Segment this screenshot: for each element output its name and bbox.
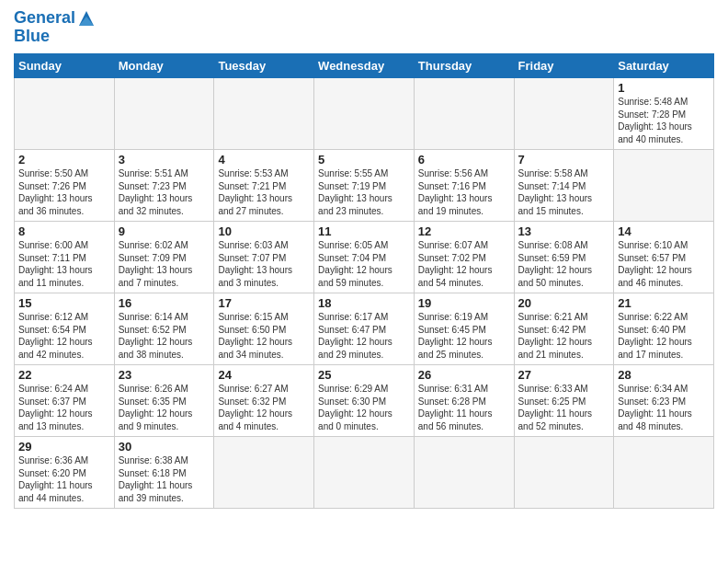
calendar-cell: 13Sunrise: 6:08 AMSunset: 6:59 PMDayligh… bbox=[514, 222, 614, 293]
calendar-cell: 25Sunrise: 6:29 AMSunset: 6:30 PMDayligh… bbox=[314, 365, 415, 437]
day-number: 17 bbox=[218, 296, 310, 310]
day-info: Sunrise: 5:58 AMSunset: 7:14 PMDaylight:… bbox=[518, 167, 610, 217]
calendar-cell bbox=[514, 78, 614, 150]
day-number: 23 bbox=[119, 368, 210, 382]
day-info: Sunrise: 6:19 AMSunset: 6:45 PMDaylight:… bbox=[418, 311, 510, 361]
calendar-cell: 8Sunrise: 6:00 AMSunset: 7:11 PMDaylight… bbox=[15, 222, 115, 293]
day-number: 21 bbox=[618, 296, 710, 310]
day-info: Sunrise: 5:53 AMSunset: 7:21 PMDaylight:… bbox=[218, 167, 310, 217]
calendar-cell: 2Sunrise: 5:50 AMSunset: 7:26 PMDaylight… bbox=[15, 150, 115, 222]
day-info: Sunrise: 6:34 AMSunset: 6:23 PMDaylight:… bbox=[618, 383, 710, 432]
logo-text: GeneralBlue bbox=[14, 9, 96, 46]
day-header: Friday bbox=[514, 54, 614, 78]
calendar-week-row: 2Sunrise: 5:50 AMSunset: 7:26 PMDaylight… bbox=[15, 150, 714, 222]
calendar-cell: 5Sunrise: 5:55 AMSunset: 7:19 PMDaylight… bbox=[314, 150, 415, 222]
day-info: Sunrise: 6:15 AMSunset: 6:50 PMDaylight:… bbox=[218, 311, 310, 361]
day-number: 14 bbox=[618, 224, 710, 238]
day-number: 3 bbox=[119, 153, 210, 167]
day-number: 22 bbox=[18, 368, 110, 382]
calendar-cell bbox=[414, 78, 514, 150]
calendar-cell: 20Sunrise: 6:21 AMSunset: 6:42 PMDayligh… bbox=[514, 293, 614, 365]
calendar-cell: 12Sunrise: 6:07 AMSunset: 7:02 PMDayligh… bbox=[414, 222, 514, 293]
calendar-cell: 29Sunrise: 6:36 AMSunset: 6:20 PMDayligh… bbox=[15, 437, 115, 509]
calendar-cell: 4Sunrise: 5:53 AMSunset: 7:21 PMDaylight… bbox=[214, 150, 314, 222]
day-info: Sunrise: 6:24 AMSunset: 6:37 PMDaylight:… bbox=[18, 383, 110, 432]
calendar-cell bbox=[614, 437, 714, 509]
day-info: Sunrise: 5:48 AMSunset: 7:28 PMDaylight:… bbox=[618, 96, 710, 145]
calendar-body: 1Sunrise: 5:48 AMSunset: 7:28 PMDaylight… bbox=[15, 78, 714, 509]
calendar-cell bbox=[514, 437, 614, 509]
day-header: Saturday bbox=[614, 54, 714, 78]
day-number: 15 bbox=[18, 296, 110, 310]
calendar-cell: 3Sunrise: 5:51 AMSunset: 7:23 PMDaylight… bbox=[114, 150, 214, 222]
calendar-cell bbox=[314, 437, 415, 509]
calendar-cell: 16Sunrise: 6:14 AMSunset: 6:52 PMDayligh… bbox=[114, 293, 214, 365]
day-info: Sunrise: 6:36 AMSunset: 6:20 PMDaylight:… bbox=[18, 454, 110, 504]
day-info: Sunrise: 6:12 AMSunset: 6:54 PMDaylight:… bbox=[18, 311, 110, 361]
calendar-cell: 26Sunrise: 6:31 AMSunset: 6:28 PMDayligh… bbox=[414, 365, 514, 437]
day-number: 2 bbox=[18, 153, 110, 167]
day-info: Sunrise: 6:26 AMSunset: 6:35 PMDaylight:… bbox=[119, 383, 210, 432]
calendar-cell: 27Sunrise: 6:33 AMSunset: 6:25 PMDayligh… bbox=[514, 365, 614, 437]
calendar-cell: 15Sunrise: 6:12 AMSunset: 6:54 PMDayligh… bbox=[15, 293, 115, 365]
day-info: Sunrise: 6:02 AMSunset: 7:09 PMDaylight:… bbox=[119, 239, 210, 289]
calendar-cell bbox=[15, 78, 115, 150]
day-number: 28 bbox=[618, 368, 710, 382]
day-number: 19 bbox=[418, 296, 510, 310]
day-info: Sunrise: 6:33 AMSunset: 6:25 PMDaylight:… bbox=[518, 383, 610, 432]
day-info: Sunrise: 6:27 AMSunset: 6:32 PMDaylight:… bbox=[218, 383, 310, 432]
calendar-week-row: 8Sunrise: 6:00 AMSunset: 7:11 PMDaylight… bbox=[15, 222, 714, 293]
day-number: 12 bbox=[418, 224, 510, 238]
day-info: Sunrise: 6:08 AMSunset: 6:59 PMDaylight:… bbox=[518, 239, 610, 289]
day-number: 11 bbox=[318, 224, 410, 238]
calendar-week-row: 1Sunrise: 5:48 AMSunset: 7:28 PMDaylight… bbox=[15, 78, 714, 150]
day-info: Sunrise: 6:22 AMSunset: 6:40 PMDaylight:… bbox=[618, 311, 710, 361]
calendar-cell: 14Sunrise: 6:10 AMSunset: 6:57 PMDayligh… bbox=[614, 222, 714, 293]
day-info: Sunrise: 6:14 AMSunset: 6:52 PMDaylight:… bbox=[119, 311, 210, 361]
day-number: 7 bbox=[518, 153, 610, 167]
calendar-cell: 6Sunrise: 5:56 AMSunset: 7:16 PMDaylight… bbox=[414, 150, 514, 222]
day-info: Sunrise: 6:10 AMSunset: 6:57 PMDaylight:… bbox=[618, 239, 710, 289]
calendar-cell bbox=[114, 78, 214, 150]
day-number: 26 bbox=[418, 368, 510, 382]
calendar-table: SundayMondayTuesdayWednesdayThursdayFrid… bbox=[14, 53, 714, 509]
calendar-cell: 11Sunrise: 6:05 AMSunset: 7:04 PMDayligh… bbox=[314, 222, 415, 293]
day-number: 9 bbox=[119, 224, 210, 238]
calendar-cell: 28Sunrise: 6:34 AMSunset: 6:23 PMDayligh… bbox=[614, 365, 714, 437]
day-info: Sunrise: 5:55 AMSunset: 7:19 PMDaylight:… bbox=[318, 167, 410, 217]
calendar-cell: 1Sunrise: 5:48 AMSunset: 7:28 PMDaylight… bbox=[614, 78, 714, 150]
calendar-cell bbox=[214, 78, 314, 150]
day-number: 6 bbox=[418, 153, 510, 167]
day-number: 25 bbox=[318, 368, 410, 382]
day-number: 8 bbox=[18, 224, 110, 238]
calendar-cell: 18Sunrise: 6:17 AMSunset: 6:47 PMDayligh… bbox=[314, 293, 415, 365]
svg-marker-1 bbox=[79, 17, 94, 26]
day-info: Sunrise: 5:56 AMSunset: 7:16 PMDaylight:… bbox=[418, 167, 510, 217]
day-info: Sunrise: 6:07 AMSunset: 7:02 PMDaylight:… bbox=[418, 239, 510, 289]
calendar-cell: 7Sunrise: 5:58 AMSunset: 7:14 PMDaylight… bbox=[514, 150, 614, 222]
day-header: Monday bbox=[114, 54, 214, 78]
day-number: 4 bbox=[218, 153, 310, 167]
calendar-week-row: 29Sunrise: 6:36 AMSunset: 6:20 PMDayligh… bbox=[15, 437, 714, 509]
day-number: 24 bbox=[218, 368, 310, 382]
day-number: 30 bbox=[119, 440, 210, 454]
day-number: 16 bbox=[119, 296, 210, 310]
day-info: Sunrise: 6:05 AMSunset: 7:04 PMDaylight:… bbox=[318, 239, 410, 289]
day-info: Sunrise: 6:29 AMSunset: 6:30 PMDaylight:… bbox=[318, 383, 410, 432]
header: GeneralBlue bbox=[14, 9, 714, 46]
calendar-cell: 19Sunrise: 6:19 AMSunset: 6:45 PMDayligh… bbox=[414, 293, 514, 365]
day-number: 1 bbox=[618, 81, 710, 95]
calendar-week-row: 15Sunrise: 6:12 AMSunset: 6:54 PMDayligh… bbox=[15, 293, 714, 365]
day-number: 13 bbox=[518, 224, 610, 238]
day-number: 10 bbox=[218, 224, 310, 238]
calendar-cell: 9Sunrise: 6:02 AMSunset: 7:09 PMDaylight… bbox=[114, 222, 214, 293]
calendar-cell: 17Sunrise: 6:15 AMSunset: 6:50 PMDayligh… bbox=[214, 293, 314, 365]
day-number: 20 bbox=[518, 296, 610, 310]
page-container: GeneralBlue SundayMondayTuesdayWednesday… bbox=[0, 0, 728, 518]
day-header: Tuesday bbox=[214, 54, 314, 78]
calendar-cell: 21Sunrise: 6:22 AMSunset: 6:40 PMDayligh… bbox=[614, 293, 714, 365]
day-header: Sunday bbox=[15, 54, 115, 78]
day-info: Sunrise: 6:38 AMSunset: 6:18 PMDaylight:… bbox=[119, 454, 210, 504]
day-number: 18 bbox=[318, 296, 410, 310]
day-header: Wednesday bbox=[314, 54, 415, 78]
